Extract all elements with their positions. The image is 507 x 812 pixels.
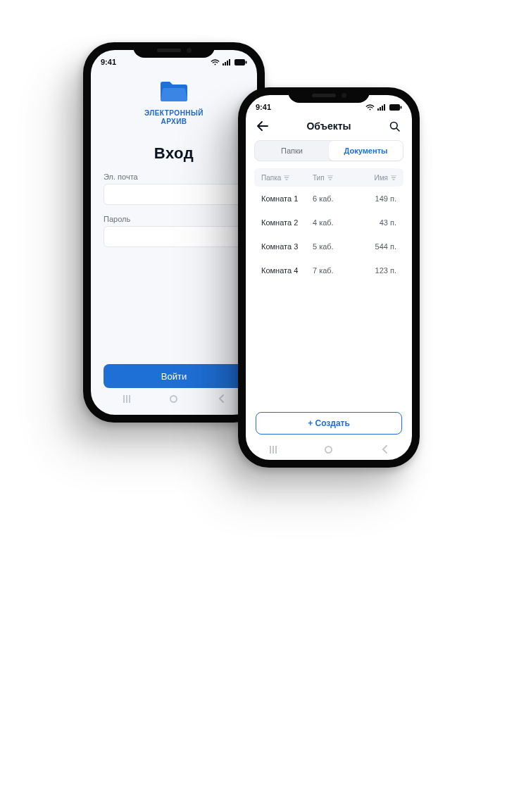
android-navbar [246,439,412,460]
home-icon[interactable] [325,446,332,454]
wifi-icon [365,104,375,111]
login-title: Вход [104,144,244,163]
table-row[interactable]: Комната 4 7 каб. 123 п. [254,258,403,282]
segmented-tabs: Папки Документы [254,140,403,161]
tab-folders[interactable]: Папки [255,141,329,161]
svg-rect-11 [401,106,402,108]
signal-icon [377,104,387,111]
back-nav-icon[interactable] [381,445,388,454]
login-button[interactable]: Войти [104,364,244,388]
back-nav-icon[interactable] [218,394,225,403]
email-field[interactable] [104,184,244,205]
column-name[interactable]: Имя [349,174,396,182]
column-type-label: Тип [313,174,325,182]
column-type[interactable]: Тип [313,174,349,182]
svg-rect-8 [382,106,383,111]
status-time: 9:41 [101,58,116,66]
svg-rect-0 [223,63,224,65]
logo-text-line1: ЭЛЕКТРОННЫЙ [104,109,244,118]
android-navbar [104,388,244,409]
battery-icon [389,104,402,111]
recents-icon[interactable] [270,446,277,454]
tab-documents[interactable]: Документы [329,141,403,161]
svg-rect-3 [229,59,230,65]
filter-icon [284,175,289,180]
battery-icon [234,59,247,65]
svg-rect-7 [380,107,381,111]
column-name-label: Имя [375,174,388,182]
phone-mockup-objects: 9:41 Объекты [238,87,420,468]
svg-line-13 [396,128,399,131]
phone-notch [288,87,370,103]
column-folder-label: Папка [261,174,281,182]
password-field[interactable] [104,226,244,247]
table-row[interactable]: Комната 2 4 каб. 43 п. [254,211,403,235]
folder-icon [159,94,189,106]
table-row[interactable]: Комната 1 6 каб. 149 п. [254,187,403,211]
filter-icon [391,175,396,180]
password-label: Пароль [104,215,244,223]
page-title: Объекты [306,120,351,132]
signal-icon [223,59,232,65]
svg-rect-10 [389,104,400,111]
back-button[interactable] [256,119,270,133]
phone-notch [133,42,215,58]
home-icon[interactable] [170,395,177,403]
create-button[interactable]: + Создать [256,412,402,435]
email-label: Эл. почта [104,173,244,181]
logo-text-line2: АРХИВ [104,118,244,126]
filter-icon [327,175,333,180]
column-folder[interactable]: Папка [261,174,313,182]
svg-rect-9 [384,104,385,111]
svg-rect-1 [225,62,226,65]
svg-rect-2 [227,61,228,65]
table-header: Папка Тип Имя [254,168,403,187]
status-time: 9:41 [256,103,271,111]
svg-rect-4 [234,59,245,65]
svg-rect-6 [377,108,379,111]
search-icon[interactable] [388,119,402,133]
app-logo: ЭЛЕКТРОННЫЙ АРХИВ [104,74,244,126]
svg-rect-5 [246,61,247,63]
recents-icon[interactable] [123,395,130,403]
wifi-icon [211,59,220,65]
table-row[interactable]: Комната 3 5 каб. 544 п. [254,235,403,258]
